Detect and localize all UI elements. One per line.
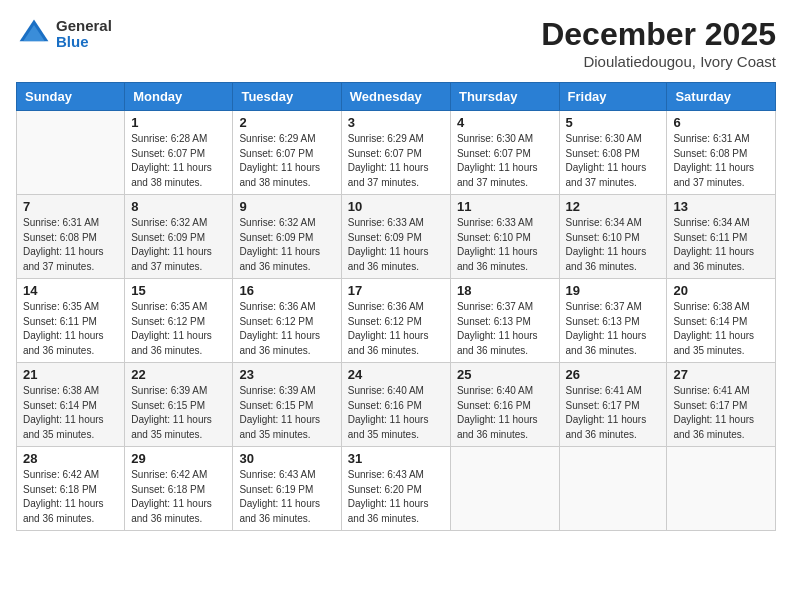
day-info: Sunrise: 6:40 AMSunset: 6:16 PMDaylight:… bbox=[457, 384, 553, 442]
day-number: 2 bbox=[239, 115, 334, 130]
day-info: Sunrise: 6:33 AMSunset: 6:09 PMDaylight:… bbox=[348, 216, 444, 274]
calendar-cell: 30Sunrise: 6:43 AMSunset: 6:19 PMDayligh… bbox=[233, 447, 341, 531]
calendar-cell: 7Sunrise: 6:31 AMSunset: 6:08 PMDaylight… bbox=[17, 195, 125, 279]
calendar-cell: 3Sunrise: 6:29 AMSunset: 6:07 PMDaylight… bbox=[341, 111, 450, 195]
day-number: 31 bbox=[348, 451, 444, 466]
calendar-cell: 8Sunrise: 6:32 AMSunset: 6:09 PMDaylight… bbox=[125, 195, 233, 279]
day-number: 20 bbox=[673, 283, 769, 298]
calendar-cell: 10Sunrise: 6:33 AMSunset: 6:09 PMDayligh… bbox=[341, 195, 450, 279]
day-number: 21 bbox=[23, 367, 118, 382]
calendar-cell bbox=[450, 447, 559, 531]
day-info: Sunrise: 6:39 AMSunset: 6:15 PMDaylight:… bbox=[239, 384, 334, 442]
day-info: Sunrise: 6:37 AMSunset: 6:13 PMDaylight:… bbox=[566, 300, 661, 358]
day-number: 15 bbox=[131, 283, 226, 298]
day-info: Sunrise: 6:38 AMSunset: 6:14 PMDaylight:… bbox=[23, 384, 118, 442]
day-info: Sunrise: 6:38 AMSunset: 6:14 PMDaylight:… bbox=[673, 300, 769, 358]
day-info: Sunrise: 6:41 AMSunset: 6:17 PMDaylight:… bbox=[673, 384, 769, 442]
calendar-cell: 17Sunrise: 6:36 AMSunset: 6:12 PMDayligh… bbox=[341, 279, 450, 363]
calendar-cell: 20Sunrise: 6:38 AMSunset: 6:14 PMDayligh… bbox=[667, 279, 776, 363]
day-number: 11 bbox=[457, 199, 553, 214]
day-info: Sunrise: 6:31 AMSunset: 6:08 PMDaylight:… bbox=[23, 216, 118, 274]
day-number: 30 bbox=[239, 451, 334, 466]
calendar-cell: 14Sunrise: 6:35 AMSunset: 6:11 PMDayligh… bbox=[17, 279, 125, 363]
day-number: 4 bbox=[457, 115, 553, 130]
calendar-cell: 9Sunrise: 6:32 AMSunset: 6:09 PMDaylight… bbox=[233, 195, 341, 279]
day-info: Sunrise: 6:29 AMSunset: 6:07 PMDaylight:… bbox=[348, 132, 444, 190]
calendar-cell: 18Sunrise: 6:37 AMSunset: 6:13 PMDayligh… bbox=[450, 279, 559, 363]
day-info: Sunrise: 6:31 AMSunset: 6:08 PMDaylight:… bbox=[673, 132, 769, 190]
calendar-cell: 1Sunrise: 6:28 AMSunset: 6:07 PMDaylight… bbox=[125, 111, 233, 195]
calendar-cell bbox=[667, 447, 776, 531]
day-number: 18 bbox=[457, 283, 553, 298]
day-number: 9 bbox=[239, 199, 334, 214]
day-info: Sunrise: 6:41 AMSunset: 6:17 PMDaylight:… bbox=[566, 384, 661, 442]
day-number: 5 bbox=[566, 115, 661, 130]
logo-text: General Blue bbox=[56, 18, 112, 51]
day-info: Sunrise: 6:43 AMSunset: 6:19 PMDaylight:… bbox=[239, 468, 334, 526]
calendar-title: December 2025 bbox=[541, 16, 776, 53]
day-number: 22 bbox=[131, 367, 226, 382]
day-info: Sunrise: 6:39 AMSunset: 6:15 PMDaylight:… bbox=[131, 384, 226, 442]
column-header-wednesday: Wednesday bbox=[341, 83, 450, 111]
day-number: 27 bbox=[673, 367, 769, 382]
day-info: Sunrise: 6:33 AMSunset: 6:10 PMDaylight:… bbox=[457, 216, 553, 274]
day-number: 1 bbox=[131, 115, 226, 130]
calendar-cell: 13Sunrise: 6:34 AMSunset: 6:11 PMDayligh… bbox=[667, 195, 776, 279]
day-number: 7 bbox=[23, 199, 118, 214]
logo-icon bbox=[16, 16, 52, 52]
day-number: 28 bbox=[23, 451, 118, 466]
day-info: Sunrise: 6:29 AMSunset: 6:07 PMDaylight:… bbox=[239, 132, 334, 190]
column-header-saturday: Saturday bbox=[667, 83, 776, 111]
calendar-cell: 31Sunrise: 6:43 AMSunset: 6:20 PMDayligh… bbox=[341, 447, 450, 531]
calendar-subtitle: Dioulatiedougou, Ivory Coast bbox=[541, 53, 776, 70]
logo: General Blue bbox=[16, 16, 112, 52]
calendar-cell: 15Sunrise: 6:35 AMSunset: 6:12 PMDayligh… bbox=[125, 279, 233, 363]
column-header-thursday: Thursday bbox=[450, 83, 559, 111]
day-number: 16 bbox=[239, 283, 334, 298]
calendar-cell: 27Sunrise: 6:41 AMSunset: 6:17 PMDayligh… bbox=[667, 363, 776, 447]
page-header: General Blue December 2025 Dioulatiedoug… bbox=[16, 16, 776, 70]
calendar-cell: 23Sunrise: 6:39 AMSunset: 6:15 PMDayligh… bbox=[233, 363, 341, 447]
column-header-monday: Monday bbox=[125, 83, 233, 111]
calendar-table: SundayMondayTuesdayWednesdayThursdayFrid… bbox=[16, 82, 776, 531]
calendar-cell: 29Sunrise: 6:42 AMSunset: 6:18 PMDayligh… bbox=[125, 447, 233, 531]
column-header-tuesday: Tuesday bbox=[233, 83, 341, 111]
day-number: 24 bbox=[348, 367, 444, 382]
day-info: Sunrise: 6:28 AMSunset: 6:07 PMDaylight:… bbox=[131, 132, 226, 190]
day-info: Sunrise: 6:35 AMSunset: 6:11 PMDaylight:… bbox=[23, 300, 118, 358]
day-info: Sunrise: 6:30 AMSunset: 6:08 PMDaylight:… bbox=[566, 132, 661, 190]
day-number: 13 bbox=[673, 199, 769, 214]
day-number: 26 bbox=[566, 367, 661, 382]
day-number: 8 bbox=[131, 199, 226, 214]
calendar-cell: 26Sunrise: 6:41 AMSunset: 6:17 PMDayligh… bbox=[559, 363, 667, 447]
column-header-friday: Friday bbox=[559, 83, 667, 111]
calendar-cell: 12Sunrise: 6:34 AMSunset: 6:10 PMDayligh… bbox=[559, 195, 667, 279]
day-number: 17 bbox=[348, 283, 444, 298]
day-number: 25 bbox=[457, 367, 553, 382]
calendar-cell bbox=[559, 447, 667, 531]
calendar-cell: 2Sunrise: 6:29 AMSunset: 6:07 PMDaylight… bbox=[233, 111, 341, 195]
day-info: Sunrise: 6:42 AMSunset: 6:18 PMDaylight:… bbox=[131, 468, 226, 526]
day-info: Sunrise: 6:34 AMSunset: 6:10 PMDaylight:… bbox=[566, 216, 661, 274]
day-info: Sunrise: 6:42 AMSunset: 6:18 PMDaylight:… bbox=[23, 468, 118, 526]
calendar-cell bbox=[17, 111, 125, 195]
day-info: Sunrise: 6:32 AMSunset: 6:09 PMDaylight:… bbox=[239, 216, 334, 274]
day-info: Sunrise: 6:32 AMSunset: 6:09 PMDaylight:… bbox=[131, 216, 226, 274]
day-info: Sunrise: 6:35 AMSunset: 6:12 PMDaylight:… bbox=[131, 300, 226, 358]
day-number: 14 bbox=[23, 283, 118, 298]
day-number: 19 bbox=[566, 283, 661, 298]
day-number: 12 bbox=[566, 199, 661, 214]
day-number: 10 bbox=[348, 199, 444, 214]
calendar-cell: 5Sunrise: 6:30 AMSunset: 6:08 PMDaylight… bbox=[559, 111, 667, 195]
title-block: December 2025 Dioulatiedougou, Ivory Coa… bbox=[541, 16, 776, 70]
calendar-cell: 28Sunrise: 6:42 AMSunset: 6:18 PMDayligh… bbox=[17, 447, 125, 531]
day-info: Sunrise: 6:43 AMSunset: 6:20 PMDaylight:… bbox=[348, 468, 444, 526]
day-number: 23 bbox=[239, 367, 334, 382]
day-info: Sunrise: 6:30 AMSunset: 6:07 PMDaylight:… bbox=[457, 132, 553, 190]
day-info: Sunrise: 6:34 AMSunset: 6:11 PMDaylight:… bbox=[673, 216, 769, 274]
calendar-cell: 22Sunrise: 6:39 AMSunset: 6:15 PMDayligh… bbox=[125, 363, 233, 447]
day-number: 3 bbox=[348, 115, 444, 130]
calendar-cell: 4Sunrise: 6:30 AMSunset: 6:07 PMDaylight… bbox=[450, 111, 559, 195]
day-info: Sunrise: 6:36 AMSunset: 6:12 PMDaylight:… bbox=[239, 300, 334, 358]
day-info: Sunrise: 6:37 AMSunset: 6:13 PMDaylight:… bbox=[457, 300, 553, 358]
